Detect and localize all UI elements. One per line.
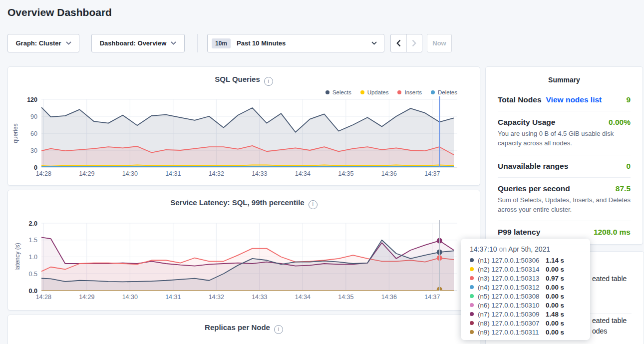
- node-address: (n9) 127.0.0.1:50311: [478, 329, 546, 336]
- svg-text:14:34: 14:34: [295, 170, 311, 177]
- svg-text:2.0: 2.0: [29, 220, 37, 227]
- time-step-buttons: [390, 34, 422, 52]
- summary-label: Capacity Usage: [498, 118, 555, 126]
- svg-text:30: 30: [30, 147, 37, 154]
- service-latency-chart[interactable]: 0.00.51.01.52.014:2814:2914:3014:3114:32…: [8, 190, 479, 309]
- chevron-right-icon: [412, 39, 416, 47]
- summary-subtext: Sum of Selects, Updates, Inserts, and De…: [498, 196, 631, 215]
- svg-text:1.0: 1.0: [29, 254, 37, 261]
- node-color-dot: [470, 276, 474, 280]
- node-address: (n7) 127.0.0.1:50309: [478, 311, 546, 318]
- service-latency-card: Service Latency: SQL, 99th percentile la…: [7, 190, 480, 311]
- svg-text:14:32: 14:32: [209, 294, 224, 301]
- node-color-dot: [470, 312, 474, 316]
- tooltip-row: (n1) 127.0.0.1:503061.14 s: [468, 256, 583, 265]
- svg-text:14:36: 14:36: [381, 294, 397, 301]
- chevron-left-icon: [396, 39, 401, 47]
- svg-text:14:31: 14:31: [165, 294, 181, 301]
- graph-dropdown-label: Graph: Cluster: [15, 39, 61, 47]
- event-list-item[interactable]: eated table: [592, 275, 627, 283]
- node-latency-value: 1.14 s: [546, 257, 564, 264]
- tooltip-time: 14:37:10: [470, 245, 497, 253]
- node-color-dot: [470, 321, 474, 325]
- svg-text:14:37: 14:37: [424, 294, 440, 301]
- toolbar-separator: [197, 34, 198, 52]
- summary-subtext: You are using 0 B of 4.5 GiB usable disk…: [498, 129, 631, 148]
- node-color-dot: [470, 294, 474, 298]
- svg-text:1.5: 1.5: [29, 237, 37, 244]
- now-button-label: Now: [432, 39, 446, 47]
- event-list-item[interactable]: odes: [592, 327, 607, 335]
- svg-text:120: 120: [27, 96, 37, 103]
- tooltip-row: (n5) 127.0.0.1:503080.00 s: [468, 292, 583, 301]
- svg-text:90: 90: [30, 113, 37, 120]
- node-color-dot: [470, 267, 474, 271]
- svg-text:14:37: 14:37: [424, 170, 440, 177]
- summary-value: 9: [626, 95, 631, 104]
- node-address: (n6) 127.0.0.1:50310: [478, 302, 546, 309]
- summary-title: Summary: [486, 76, 643, 84]
- tooltip-date: Apr 5th, 2021: [508, 245, 550, 253]
- svg-text:14:34: 14:34: [295, 294, 311, 301]
- info-icon[interactable]: [274, 325, 283, 334]
- now-button[interactable]: Now: [427, 34, 452, 52]
- chevron-down-icon: [171, 41, 176, 45]
- svg-text:14:28: 14:28: [36, 170, 51, 177]
- page-title: Overview Dashboard: [7, 6, 112, 18]
- node-address: (n2) 127.0.0.1:50314: [478, 266, 546, 273]
- node-latency-value: 0.97 s: [546, 275, 564, 282]
- svg-text:0.5: 0.5: [29, 271, 37, 278]
- summary-label: Total Nodes: [498, 95, 542, 104]
- chevron-down-icon: [66, 41, 71, 45]
- tooltip-row: (n4) 127.0.0.1:503120.00 s: [468, 283, 583, 292]
- node-color-dot: [470, 330, 474, 334]
- replicas-per-node-card: Replicas per Node: [7, 315, 480, 344]
- tooltip-timestamp: 14:37:10 on Apr 5th, 2021: [470, 245, 583, 253]
- node-address: (n5) 127.0.0.1:50308: [478, 293, 546, 300]
- node-latency-value: 0.00 s: [546, 266, 564, 273]
- summary-value: 0.00%: [609, 118, 631, 127]
- node-color-dot: [470, 258, 474, 262]
- tooltip-row: (n9) 127.0.0.1:503110.00 s: [468, 328, 583, 337]
- summary-row-capacity-usage: Capacity Usage 0.00% You are using 0 B o…: [498, 111, 631, 155]
- node-address: (n8) 127.0.0.1:50307: [478, 320, 546, 327]
- svg-text:14:31: 14:31: [165, 170, 181, 177]
- summary-row-unavailable-ranges: Unavailable ranges 0: [498, 155, 631, 178]
- summary-row-total-nodes: Total NodesView nodes list 9: [498, 89, 631, 111]
- time-range-badge: 10m: [212, 38, 231, 48]
- svg-text:14:28: 14:28: [36, 294, 51, 301]
- event-list-item[interactable]: eated table: [592, 317, 627, 325]
- summary-value: 87.5: [616, 184, 631, 193]
- dashboard-dropdown-label: Dashboard: Overview: [100, 39, 167, 47]
- summary-label: Unavailable ranges: [498, 162, 568, 170]
- tooltip-rows: (n1) 127.0.0.1:503061.14 s(n2) 127.0.0.1…: [468, 256, 583, 337]
- sql-queries-card: SQL Queries SelectsUpdatesInsertsDeletes…: [7, 66, 480, 186]
- svg-text:14:35: 14:35: [338, 294, 353, 301]
- tooltip-row: (n2) 127.0.0.1:503140.00 s: [468, 265, 583, 274]
- node-address: (n3) 127.0.0.1:50313: [478, 275, 546, 282]
- tooltip-row: (n3) 127.0.0.1:503130.97 s: [468, 274, 583, 283]
- svg-text:14:29: 14:29: [79, 294, 94, 301]
- sql-queries-chart[interactable]: 030609012014:2814:2914:3014:3114:3214:33…: [8, 67, 479, 184]
- node-address: (n1) 127.0.0.1:50306: [478, 257, 546, 264]
- tooltip-on: on: [499, 245, 507, 253]
- svg-text:60: 60: [30, 130, 37, 137]
- node-latency-value: 0.00 s: [546, 329, 564, 336]
- node-color-dot: [470, 303, 474, 307]
- summary-row-queries-per-second: Queries per second 87.5 Sum of Selects, …: [498, 178, 631, 222]
- graph-dropdown[interactable]: Graph: Cluster: [7, 34, 79, 52]
- svg-text:14:32: 14:32: [209, 170, 224, 177]
- summary-value: 1208.0 ms: [594, 228, 631, 237]
- step-forward-button[interactable]: [406, 34, 422, 52]
- summary-label: Queries per second: [498, 184, 570, 193]
- summary-value: 0: [626, 162, 631, 171]
- svg-text:14:36: 14:36: [381, 170, 397, 177]
- time-range-picker[interactable]: 10m Past 10 Minutes: [207, 34, 384, 52]
- tooltip-row: (n8) 127.0.0.1:503070.00 s: [468, 319, 583, 328]
- svg-text:14:35: 14:35: [338, 170, 353, 177]
- summary-body: Total NodesView nodes list 9 Capacity Us…: [486, 89, 643, 243]
- node-latency-value: 0.00 s: [546, 302, 564, 309]
- step-back-button[interactable]: [391, 34, 406, 52]
- dashboard-dropdown[interactable]: Dashboard: Overview: [91, 34, 185, 52]
- view-nodes-list-link[interactable]: View nodes list: [546, 95, 602, 104]
